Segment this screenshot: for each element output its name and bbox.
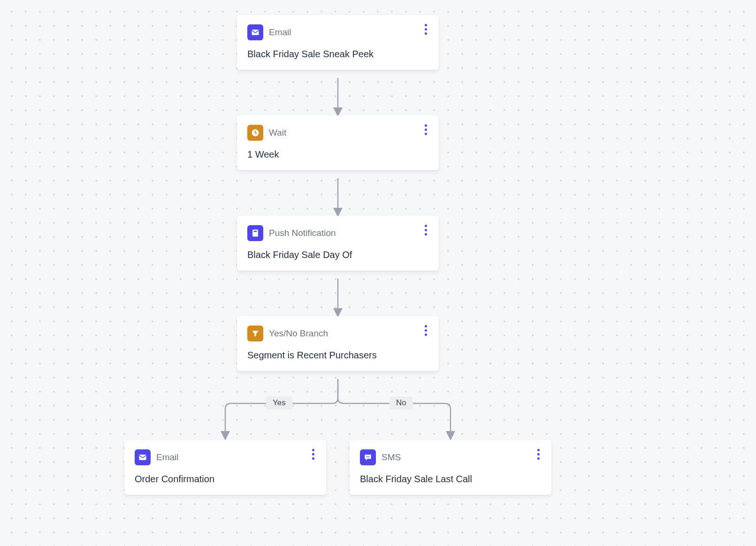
node-type-label: SMS	[382, 452, 401, 463]
node-menu-button[interactable]	[419, 223, 432, 236]
sms-icon	[360, 449, 376, 465]
node-type-label: Push Notification	[269, 228, 336, 238]
more-vertical-icon	[425, 124, 427, 135]
svg-point-9	[367, 456, 368, 457]
filter-icon	[247, 326, 263, 341]
node-title: Order Confirmation	[135, 474, 316, 485]
flow-node-email-1[interactable]: Email Black Friday Sale Sneak Peek	[237, 15, 439, 70]
node-menu-button[interactable]	[306, 447, 320, 461]
more-vertical-icon	[425, 325, 427, 336]
email-icon	[135, 449, 151, 465]
node-title: Black Friday Sale Day Of	[247, 250, 428, 260]
clock-icon	[247, 125, 263, 141]
svg-rect-5	[252, 230, 258, 237]
flow-node-wait[interactable]: Wait 1 Week	[237, 115, 439, 170]
more-vertical-icon	[425, 225, 427, 235]
node-type-label: Email	[156, 452, 179, 463]
more-vertical-icon	[425, 24, 427, 35]
flow-node-email-yes[interactable]: Email Order Confirmation	[124, 440, 326, 495]
branch-label-no: No	[389, 396, 413, 410]
more-vertical-icon	[312, 449, 314, 460]
node-type-label: Wait	[269, 128, 286, 138]
flow-node-sms-no[interactable]: SMS Black Friday Sale Last Call	[350, 440, 551, 495]
svg-point-8	[367, 456, 367, 457]
node-menu-button[interactable]	[419, 324, 432, 337]
node-title: Black Friday Sale Sneak Peek	[247, 49, 428, 60]
flow-canvas[interactable]: Email Black Friday Sale Sneak Peek Wait …	[0, 0, 756, 546]
node-title: Black Friday Sale Last Call	[360, 474, 541, 485]
svg-rect-6	[254, 231, 257, 232]
node-menu-button[interactable]	[419, 23, 432, 36]
flow-node-push[interactable]: Push Notification Black Friday Sale Day …	[237, 216, 439, 271]
node-menu-button[interactable]	[532, 447, 545, 461]
flow-node-branch[interactable]: Yes/No Branch Segment is Recent Purchase…	[237, 316, 439, 371]
push-notification-icon	[247, 225, 263, 241]
email-icon	[247, 24, 263, 40]
node-title: Segment is Recent Purchasers	[247, 350, 428, 361]
more-vertical-icon	[537, 449, 540, 460]
node-menu-button[interactable]	[419, 123, 432, 136]
node-type-label: Yes/No Branch	[269, 328, 328, 339]
node-title: 1 Week	[247, 149, 428, 160]
branch-label-yes: Yes	[266, 396, 292, 410]
node-type-label: Email	[269, 27, 291, 38]
svg-point-10	[369, 456, 370, 457]
